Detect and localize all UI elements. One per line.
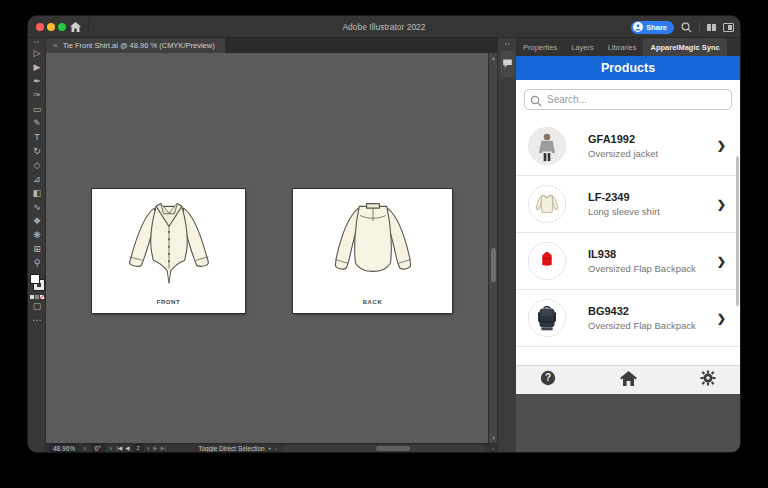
product-thumbnail-bg9432 xyxy=(528,299,566,337)
settings-button[interactable] xyxy=(700,370,716,390)
close-document-icon[interactable]: × xyxy=(53,41,58,50)
tab-libraries[interactable]: Libraries xyxy=(601,38,644,56)
product-info: BG9432 Oversized Flap Backpack xyxy=(588,305,717,331)
tab-apparelmagic-sync[interactable]: ApparelMagic Sync xyxy=(643,38,726,56)
edit-toolbar-icon[interactable]: ⋯ xyxy=(28,313,46,327)
screen-mode-icon[interactable]: ▢ xyxy=(28,299,46,313)
type-tool-icon[interactable]: T xyxy=(28,130,46,144)
home-nav-button[interactable] xyxy=(620,371,637,390)
next-artboard-icon[interactable]: ▶ xyxy=(153,445,157,451)
plugin-header: Products xyxy=(516,56,740,80)
status-hint-arrow-icon[interactable]: ▸ xyxy=(269,445,272,451)
product-row-il938[interactable]: IL938 Oversized Flap Backpack ❯ xyxy=(516,233,740,290)
product-description: Oversized Flap Backpack xyxy=(588,263,717,274)
first-artboard-icon[interactable]: |◀ xyxy=(117,445,123,451)
tab-properties[interactable]: Properties xyxy=(516,38,564,56)
horizontal-scroll-thumb[interactable] xyxy=(376,446,410,451)
canvas[interactable]: FRONT xyxy=(46,53,488,443)
fill-swatch[interactable] xyxy=(30,274,40,284)
titlebar: Adobe Illustrator 2022 Share xyxy=(28,16,740,38)
chevron-right-icon[interactable]: ❯ xyxy=(717,139,726,152)
product-description: Long sleeve shirt xyxy=(588,206,717,217)
eraser-tool-icon[interactable]: ◇ xyxy=(28,158,46,172)
product-thumbnail-gfa1992 xyxy=(528,127,566,165)
user-avatar xyxy=(633,22,643,32)
dock-handle[interactable] xyxy=(498,40,516,48)
shirt-back-drawing xyxy=(318,193,428,297)
canvas-vertical-scrollbar[interactable]: ▲ ▼ xyxy=(488,53,497,443)
product-code: IL938 xyxy=(588,248,717,260)
product-row-bg9432[interactable]: BG9432 Oversized Flap Backpack ❯ xyxy=(516,290,740,347)
product-info: LF-2349 Long sleeve shirt xyxy=(588,191,717,217)
zoom-dropdown-icon[interactable]: ∨ xyxy=(83,445,87,451)
color-mode-buttons[interactable] xyxy=(28,295,45,299)
statusbar: 48.96% ∨ 0° ∨ |◀ ◀ 2 ∨ ▶ ▶| Toggle Direc… xyxy=(46,443,497,452)
product-code: GFA1992 xyxy=(588,133,717,145)
search-input[interactable] xyxy=(524,89,732,110)
product-info: GFA1992 Oversized jacket xyxy=(588,133,717,159)
plugin-scrollbar[interactable] xyxy=(736,156,739,306)
apparelmagic-plugin: Products xyxy=(516,56,740,394)
workspace-switcher-icon[interactable] xyxy=(707,24,716,31)
product-thumbnail-il938 xyxy=(528,242,566,280)
plugin-header-title: Products xyxy=(601,61,655,75)
artboard-dropdown-icon[interactable]: ∨ xyxy=(147,445,151,451)
blend-tool-icon[interactable]: ❖ xyxy=(28,214,46,228)
titlebar-controls: Share xyxy=(631,19,734,35)
product-list: GFA1992 Oversized jacket ❯ xyxy=(516,116,740,347)
panel-empty-area xyxy=(516,394,740,452)
paintbrush-tool-icon[interactable]: ✎ xyxy=(28,116,46,130)
symbol-sprayer-tool-icon[interactable]: ❋ xyxy=(28,228,46,242)
last-artboard-icon[interactable]: ▶| xyxy=(160,445,166,451)
pen-tool-icon[interactable]: ✒ xyxy=(28,74,46,88)
screenshot-stage: Adobe Illustrator 2022 Share × xyxy=(0,0,768,488)
document-tab[interactable]: × Tie Front Shirt.ai @ 48.96 % (CMYK/Pre… xyxy=(46,38,225,53)
product-search xyxy=(524,89,732,110)
artboard-front-label: FRONT xyxy=(92,299,245,305)
pencil-tool-icon[interactable]: ∿ xyxy=(28,200,46,214)
rectangle-tool-icon[interactable]: ▭ xyxy=(28,102,46,116)
product-row-lf2349[interactable]: LF-2349 Long sleeve shirt ❯ xyxy=(516,176,740,233)
gradient-tool-icon[interactable]: ◧ xyxy=(28,186,46,200)
search-icon[interactable] xyxy=(681,22,692,33)
chevron-right-icon[interactable]: ❯ xyxy=(717,255,726,268)
canvas-horizontal-scrollbar[interactable] xyxy=(283,445,486,452)
artboard-back[interactable]: BACK xyxy=(293,189,452,313)
comments-panel-button[interactable] xyxy=(500,51,515,77)
zoom-tool-icon[interactable]: ⚲ xyxy=(28,256,46,270)
document-tab-title: Tie Front Shirt.ai @ 48.96 % (CMYK/Previ… xyxy=(63,41,215,50)
panel-tabbar: Properties Layers Libraries ApparelMagic… xyxy=(516,38,740,56)
tools-panel-handle[interactable] xyxy=(28,38,45,46)
document-tabbar: × Tie Front Shirt.ai @ 48.96 % (CMYK/Pre… xyxy=(46,38,497,53)
tab-layers[interactable]: Layers xyxy=(564,38,601,56)
help-button[interactable]: ? xyxy=(540,370,556,390)
hscroll-right-icon[interactable]: › xyxy=(492,445,494,451)
product-description: Oversized Flap Backpack xyxy=(588,320,717,331)
status-tool-hint: Toggle Direct Selection xyxy=(198,445,264,452)
direct-selection-tool-icon[interactable]: ▶ xyxy=(28,60,46,74)
artboard-number-field[interactable]: 2 xyxy=(133,444,144,452)
chevron-right-icon[interactable]: ❯ xyxy=(717,198,726,211)
fill-stroke-swatches[interactable] xyxy=(28,273,46,293)
rotation-dropdown-icon[interactable]: ∨ xyxy=(109,445,113,451)
scale-tool-icon[interactable]: ⊿ xyxy=(28,172,46,186)
comment-bubble-icon xyxy=(502,55,513,73)
curvature-tool-icon[interactable]: ✑ xyxy=(28,88,46,102)
search-field-icon xyxy=(530,93,542,111)
product-row-gfa1992[interactable]: GFA1992 Oversized jacket ❯ xyxy=(516,116,740,176)
artboard-front[interactable]: FRONT xyxy=(92,189,245,313)
rotation-field[interactable]: 0° xyxy=(91,444,105,452)
selection-tool-icon[interactable]: ▷ xyxy=(28,46,46,60)
zoom-level-field[interactable]: 48.96% xyxy=(49,444,79,452)
vertical-scroll-thumb[interactable] xyxy=(491,248,496,282)
illustrator-window: Adobe Illustrator 2022 Share × xyxy=(28,16,740,452)
hscroll-left-icon[interactable]: ‹ xyxy=(275,445,277,451)
artboard-tool-icon[interactable]: ⊞ xyxy=(28,242,46,256)
share-button[interactable]: Share xyxy=(631,21,674,34)
rotate-tool-icon[interactable]: ↻ xyxy=(28,144,46,158)
arrange-documents-icon[interactable] xyxy=(723,23,734,32)
product-code: BG9432 xyxy=(588,305,717,317)
chevron-right-icon[interactable]: ❯ xyxy=(717,312,726,325)
previous-artboard-icon[interactable]: ◀ xyxy=(125,445,129,451)
tools-panel: ▷ ▶ ✒ ✑ ▭ ✎ T ↻ ◇ ⊿ ◧ ∿ ❖ ❋ ⊞ ⚲ ▢ ⋯ xyxy=(28,38,46,452)
